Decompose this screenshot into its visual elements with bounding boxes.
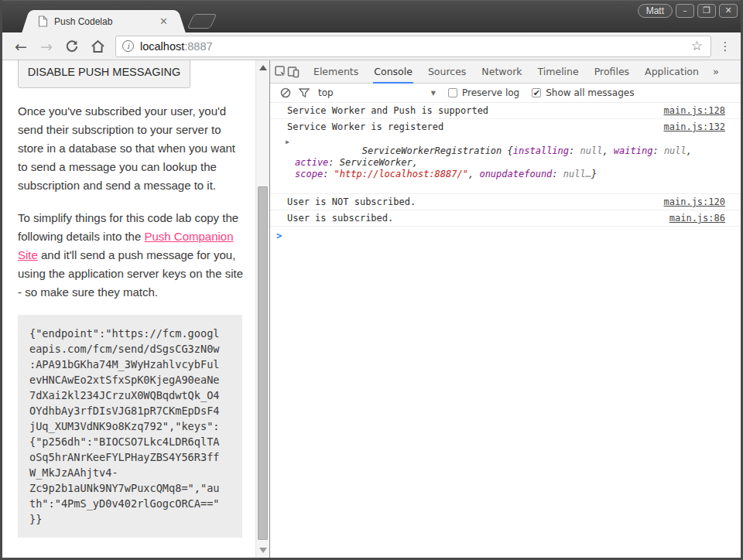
tab-title: Push Codelab bbox=[54, 16, 158, 27]
preview-token: null… bbox=[563, 169, 591, 179]
preview-token: { bbox=[502, 145, 512, 156]
preview-token: "http://localhost:8887/" bbox=[334, 169, 468, 179]
page-favicon-icon bbox=[38, 15, 48, 27]
profile-badge[interactable]: Matt bbox=[638, 4, 673, 18]
maximize-button[interactable]: ❐ bbox=[697, 4, 716, 18]
context-value: top bbox=[318, 87, 334, 98]
preview-token: ServiceWorkerRegistration bbox=[362, 145, 502, 156]
scroll-down-icon[interactable] bbox=[259, 548, 267, 553]
preview-token: ServiceWorker bbox=[340, 157, 413, 168]
tab-application[interactable]: Application bbox=[637, 60, 707, 84]
console-message: User is NOT subscribed. main.js:120 bbox=[270, 194, 741, 210]
source-link[interactable]: main.js:120 bbox=[664, 196, 725, 208]
minimize-button[interactable]: – bbox=[676, 4, 694, 18]
console-message: User is subscribed. main.js:86 bbox=[270, 210, 741, 227]
tab-sources[interactable]: Sources bbox=[420, 60, 474, 84]
paragraph-companion: To simplify things for this code lab cop… bbox=[18, 209, 248, 302]
execution-context-select[interactable]: top ▼ bbox=[318, 87, 436, 98]
filter-icon[interactable] bbox=[295, 85, 313, 101]
message-text: User is NOT subscribed. bbox=[287, 196, 655, 208]
checkbox-label: Preserve log bbox=[462, 87, 519, 98]
preview-token: , bbox=[468, 169, 479, 179]
url-port: :8887 bbox=[184, 40, 212, 53]
preview-token: active bbox=[295, 157, 328, 168]
message-text: Service Worker and Push is supported bbox=[287, 104, 655, 117]
checkbox-box[interactable] bbox=[448, 88, 457, 97]
show-all-messages-checkbox[interactable]: Show all messages bbox=[532, 87, 634, 98]
message-text: User is subscribed. bbox=[287, 212, 660, 224]
expand-triangle-icon[interactable]: ▶ bbox=[286, 136, 289, 148]
device-toolbar-icon[interactable] bbox=[287, 63, 300, 80]
tab-timeline[interactable]: Timeline bbox=[530, 60, 587, 84]
web-page-pane: DISABLE PUSH MESSAGING Once you've subsc… bbox=[2, 60, 269, 558]
browser-toolbar: ← → i localhost:8887 ☆ ⋮ bbox=[2, 32, 741, 60]
url-text[interactable]: localhost:8887 bbox=[140, 40, 690, 53]
console-toolbar: top ▼ Preserve log Show all messages bbox=[270, 84, 741, 103]
preview-token: : bbox=[552, 169, 563, 179]
preview-token: : bbox=[323, 169, 334, 179]
console-prompt[interactable]: > bbox=[270, 227, 741, 244]
preview-token: } bbox=[591, 169, 597, 179]
browser-tab[interactable]: Push Codelab ✕ bbox=[32, 10, 176, 32]
preview-token: waiting bbox=[614, 145, 653, 156]
address-bar[interactable]: i localhost:8887 ☆ bbox=[115, 36, 711, 57]
browser-window: Push Codelab ✕ Matt – ❐ ✕ ← → i localhos… bbox=[0, 0, 743, 560]
new-tab-button[interactable] bbox=[187, 14, 217, 29]
titlebar[interactable]: Push Codelab ✕ Matt – ❐ ✕ bbox=[2, 0, 741, 32]
console-output[interactable]: Service Worker and Push is supported mai… bbox=[270, 103, 741, 558]
clear-console-icon[interactable] bbox=[276, 85, 295, 101]
preview-token: : bbox=[328, 157, 339, 168]
preview-token: : bbox=[652, 145, 663, 156]
scroll-up-icon[interactable] bbox=[259, 65, 267, 70]
close-button[interactable]: ✕ bbox=[719, 4, 738, 18]
preview-token: null bbox=[580, 145, 602, 156]
console-message: Service Worker and Push is supported mai… bbox=[270, 103, 741, 119]
devtools-tabs: ElementsConsoleSourcesNetworkTimelinePro… bbox=[306, 60, 707, 84]
preview-token: null bbox=[664, 145, 687, 156]
url-host: localhost bbox=[140, 40, 184, 53]
content-area: DISABLE PUSH MESSAGING Once you've subsc… bbox=[2, 60, 741, 558]
devtools-menu-icon[interactable]: ⋮ bbox=[731, 66, 743, 77]
chevron-down-icon: ▼ bbox=[431, 90, 436, 97]
preview-token: , bbox=[602, 145, 613, 156]
tab-close-icon[interactable]: ✕ bbox=[158, 16, 169, 26]
preserve-log-checkbox[interactable]: Preserve log bbox=[448, 87, 519, 98]
page-info-icon[interactable]: i bbox=[122, 40, 134, 52]
devtools-tabbar: ElementsConsoleSourcesNetworkTimelinePro… bbox=[270, 60, 741, 84]
source-link[interactable]: main.js:86 bbox=[669, 212, 725, 224]
inspect-element-icon[interactable] bbox=[275, 63, 287, 80]
bookmark-star-icon[interactable]: ☆ bbox=[690, 38, 704, 54]
checkbox-label: Show all messages bbox=[546, 87, 634, 98]
chrome-menu-icon[interactable]: ⋮ bbox=[716, 39, 734, 53]
forward-icon: → bbox=[36, 36, 57, 57]
prompt-chevron-icon: > bbox=[276, 230, 282, 241]
paragraph-subscription: Once you've subscribed your user, you'd … bbox=[18, 102, 248, 195]
preview-token: , bbox=[413, 157, 418, 168]
object-preview-tokens: ServiceWorkerRegistration {installing: n… bbox=[295, 145, 697, 179]
object-preview[interactable]: ▶ServiceWorkerRegistration {installing: … bbox=[287, 134, 725, 192]
message-text: Service Worker is registered bbox=[287, 121, 655, 133]
tab-console[interactable]: Console bbox=[366, 60, 420, 84]
source-link[interactable]: main.js:128 bbox=[664, 104, 725, 117]
paragraph-text: and it'll send a push message for you, u… bbox=[18, 248, 243, 299]
preview-token: installing bbox=[513, 145, 569, 156]
back-icon[interactable]: ← bbox=[10, 36, 32, 57]
disable-push-button[interactable]: DISABLE PUSH MESSAGING bbox=[18, 60, 190, 88]
console-message: Service Worker is registered main.js:132… bbox=[270, 119, 741, 194]
devtools-panel: ElementsConsoleSourcesNetworkTimelinePro… bbox=[269, 60, 741, 558]
tab-network[interactable]: Network bbox=[474, 60, 529, 84]
scrollbar-thumb[interactable] bbox=[258, 186, 268, 540]
preview-token: : bbox=[569, 145, 580, 156]
page-scrollbar[interactable] bbox=[255, 60, 269, 558]
preview-token: onupdatefound bbox=[479, 169, 552, 179]
more-tabs-icon[interactable]: » bbox=[707, 66, 725, 77]
source-link[interactable]: main.js:132 bbox=[664, 121, 725, 133]
checkbox-box[interactable] bbox=[532, 88, 541, 97]
preview-token: , bbox=[687, 145, 697, 156]
tab-elements[interactable]: Elements bbox=[306, 60, 366, 84]
home-icon[interactable] bbox=[87, 36, 108, 57]
preview-token: scope bbox=[295, 169, 323, 179]
tab-profiles[interactable]: Profiles bbox=[587, 60, 637, 84]
subscription-json-code: {"endpoint":"https://fcm.googl eapis.com… bbox=[18, 315, 242, 538]
reload-icon[interactable] bbox=[61, 36, 83, 57]
